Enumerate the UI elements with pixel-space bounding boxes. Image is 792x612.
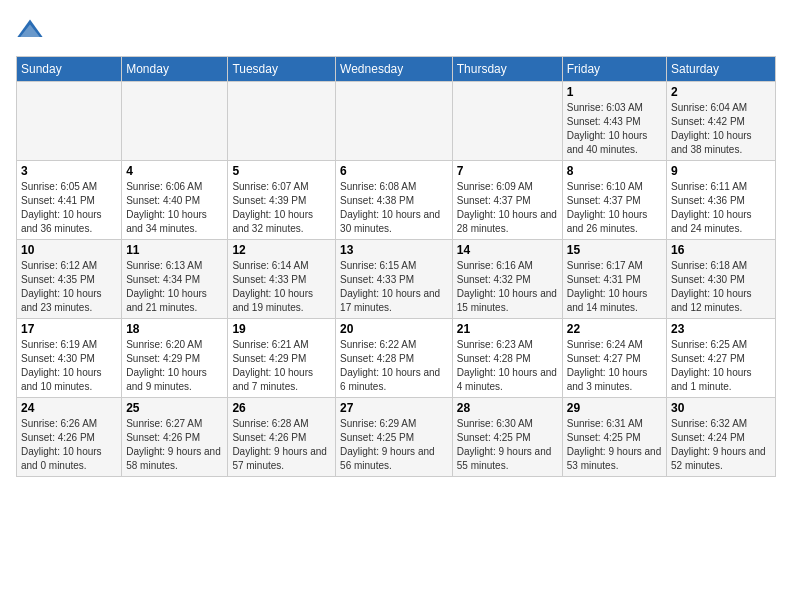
calendar-cell: 6Sunrise: 6:08 AM Sunset: 4:38 PM Daylig… — [336, 161, 453, 240]
header-sunday: Sunday — [17, 57, 122, 82]
day-number: 23 — [671, 322, 771, 336]
day-info: Sunrise: 6:16 AM Sunset: 4:32 PM Dayligh… — [457, 259, 558, 315]
day-number: 28 — [457, 401, 558, 415]
day-number: 24 — [21, 401, 117, 415]
calendar-week-3: 10Sunrise: 6:12 AM Sunset: 4:35 PM Dayli… — [17, 240, 776, 319]
day-info: Sunrise: 6:24 AM Sunset: 4:27 PM Dayligh… — [567, 338, 662, 394]
header-tuesday: Tuesday — [228, 57, 336, 82]
day-number: 16 — [671, 243, 771, 257]
day-info: Sunrise: 6:07 AM Sunset: 4:39 PM Dayligh… — [232, 180, 331, 236]
day-number: 29 — [567, 401, 662, 415]
calendar-cell: 18Sunrise: 6:20 AM Sunset: 4:29 PM Dayli… — [122, 319, 228, 398]
day-info: Sunrise: 6:32 AM Sunset: 4:24 PM Dayligh… — [671, 417, 771, 473]
calendar-cell: 25Sunrise: 6:27 AM Sunset: 4:26 PM Dayli… — [122, 398, 228, 477]
day-number: 1 — [567, 85, 662, 99]
day-info: Sunrise: 6:27 AM Sunset: 4:26 PM Dayligh… — [126, 417, 223, 473]
calendar-cell: 27Sunrise: 6:29 AM Sunset: 4:25 PM Dayli… — [336, 398, 453, 477]
calendar-cell: 9Sunrise: 6:11 AM Sunset: 4:36 PM Daylig… — [667, 161, 776, 240]
day-info: Sunrise: 6:19 AM Sunset: 4:30 PM Dayligh… — [21, 338, 117, 394]
day-info: Sunrise: 6:21 AM Sunset: 4:29 PM Dayligh… — [232, 338, 331, 394]
day-number: 27 — [340, 401, 448, 415]
day-number: 9 — [671, 164, 771, 178]
day-info: Sunrise: 6:03 AM Sunset: 4:43 PM Dayligh… — [567, 101, 662, 157]
day-number: 13 — [340, 243, 448, 257]
header-wednesday: Wednesday — [336, 57, 453, 82]
calendar-cell: 7Sunrise: 6:09 AM Sunset: 4:37 PM Daylig… — [452, 161, 562, 240]
day-info: Sunrise: 6:22 AM Sunset: 4:28 PM Dayligh… — [340, 338, 448, 394]
day-info: Sunrise: 6:10 AM Sunset: 4:37 PM Dayligh… — [567, 180, 662, 236]
day-number: 25 — [126, 401, 223, 415]
day-info: Sunrise: 6:18 AM Sunset: 4:30 PM Dayligh… — [671, 259, 771, 315]
day-info: Sunrise: 6:05 AM Sunset: 4:41 PM Dayligh… — [21, 180, 117, 236]
day-number: 18 — [126, 322, 223, 336]
header-monday: Monday — [122, 57, 228, 82]
day-info: Sunrise: 6:08 AM Sunset: 4:38 PM Dayligh… — [340, 180, 448, 236]
day-info: Sunrise: 6:30 AM Sunset: 4:25 PM Dayligh… — [457, 417, 558, 473]
calendar-cell: 16Sunrise: 6:18 AM Sunset: 4:30 PM Dayli… — [667, 240, 776, 319]
day-number: 15 — [567, 243, 662, 257]
day-info: Sunrise: 6:26 AM Sunset: 4:26 PM Dayligh… — [21, 417, 117, 473]
calendar-table: SundayMondayTuesdayWednesdayThursdayFrid… — [16, 56, 776, 477]
day-number: 4 — [126, 164, 223, 178]
calendar-cell: 5Sunrise: 6:07 AM Sunset: 4:39 PM Daylig… — [228, 161, 336, 240]
logo — [16, 16, 48, 44]
day-number: 11 — [126, 243, 223, 257]
calendar-cell — [17, 82, 122, 161]
calendar-cell: 8Sunrise: 6:10 AM Sunset: 4:37 PM Daylig… — [562, 161, 666, 240]
calendar-cell: 20Sunrise: 6:22 AM Sunset: 4:28 PM Dayli… — [336, 319, 453, 398]
calendar-cell: 22Sunrise: 6:24 AM Sunset: 4:27 PM Dayli… — [562, 319, 666, 398]
day-number: 8 — [567, 164, 662, 178]
day-info: Sunrise: 6:06 AM Sunset: 4:40 PM Dayligh… — [126, 180, 223, 236]
calendar-cell: 19Sunrise: 6:21 AM Sunset: 4:29 PM Dayli… — [228, 319, 336, 398]
calendar-cell — [452, 82, 562, 161]
day-number: 6 — [340, 164, 448, 178]
day-info: Sunrise: 6:31 AM Sunset: 4:25 PM Dayligh… — [567, 417, 662, 473]
day-number: 26 — [232, 401, 331, 415]
calendar-cell: 13Sunrise: 6:15 AM Sunset: 4:33 PM Dayli… — [336, 240, 453, 319]
calendar-cell: 3Sunrise: 6:05 AM Sunset: 4:41 PM Daylig… — [17, 161, 122, 240]
day-info: Sunrise: 6:09 AM Sunset: 4:37 PM Dayligh… — [457, 180, 558, 236]
header-friday: Friday — [562, 57, 666, 82]
calendar-week-1: 1Sunrise: 6:03 AM Sunset: 4:43 PM Daylig… — [17, 82, 776, 161]
calendar-cell: 21Sunrise: 6:23 AM Sunset: 4:28 PM Dayli… — [452, 319, 562, 398]
day-info: Sunrise: 6:11 AM Sunset: 4:36 PM Dayligh… — [671, 180, 771, 236]
day-number: 5 — [232, 164, 331, 178]
calendar-cell: 17Sunrise: 6:19 AM Sunset: 4:30 PM Dayli… — [17, 319, 122, 398]
day-number: 22 — [567, 322, 662, 336]
calendar-cell: 1Sunrise: 6:03 AM Sunset: 4:43 PM Daylig… — [562, 82, 666, 161]
day-number: 20 — [340, 322, 448, 336]
day-number: 17 — [21, 322, 117, 336]
day-info: Sunrise: 6:12 AM Sunset: 4:35 PM Dayligh… — [21, 259, 117, 315]
calendar-week-4: 17Sunrise: 6:19 AM Sunset: 4:30 PM Dayli… — [17, 319, 776, 398]
calendar-header-row: SundayMondayTuesdayWednesdayThursdayFrid… — [17, 57, 776, 82]
calendar-cell: 24Sunrise: 6:26 AM Sunset: 4:26 PM Dayli… — [17, 398, 122, 477]
calendar-cell: 28Sunrise: 6:30 AM Sunset: 4:25 PM Dayli… — [452, 398, 562, 477]
page-header — [16, 16, 776, 44]
calendar-cell: 11Sunrise: 6:13 AM Sunset: 4:34 PM Dayli… — [122, 240, 228, 319]
calendar-cell: 29Sunrise: 6:31 AM Sunset: 4:25 PM Dayli… — [562, 398, 666, 477]
day-number: 30 — [671, 401, 771, 415]
day-info: Sunrise: 6:04 AM Sunset: 4:42 PM Dayligh… — [671, 101, 771, 157]
day-info: Sunrise: 6:17 AM Sunset: 4:31 PM Dayligh… — [567, 259, 662, 315]
day-number: 10 — [21, 243, 117, 257]
day-number: 7 — [457, 164, 558, 178]
day-number: 2 — [671, 85, 771, 99]
header-saturday: Saturday — [667, 57, 776, 82]
day-number: 3 — [21, 164, 117, 178]
calendar-cell: 2Sunrise: 6:04 AM Sunset: 4:42 PM Daylig… — [667, 82, 776, 161]
calendar-week-5: 24Sunrise: 6:26 AM Sunset: 4:26 PM Dayli… — [17, 398, 776, 477]
calendar-cell — [228, 82, 336, 161]
calendar-cell: 10Sunrise: 6:12 AM Sunset: 4:35 PM Dayli… — [17, 240, 122, 319]
logo-icon — [16, 16, 44, 44]
calendar-cell: 14Sunrise: 6:16 AM Sunset: 4:32 PM Dayli… — [452, 240, 562, 319]
calendar-cell: 30Sunrise: 6:32 AM Sunset: 4:24 PM Dayli… — [667, 398, 776, 477]
day-info: Sunrise: 6:25 AM Sunset: 4:27 PM Dayligh… — [671, 338, 771, 394]
day-info: Sunrise: 6:13 AM Sunset: 4:34 PM Dayligh… — [126, 259, 223, 315]
day-number: 12 — [232, 243, 331, 257]
day-info: Sunrise: 6:14 AM Sunset: 4:33 PM Dayligh… — [232, 259, 331, 315]
calendar-cell: 12Sunrise: 6:14 AM Sunset: 4:33 PM Dayli… — [228, 240, 336, 319]
day-number: 19 — [232, 322, 331, 336]
calendar-cell — [336, 82, 453, 161]
calendar-cell: 4Sunrise: 6:06 AM Sunset: 4:40 PM Daylig… — [122, 161, 228, 240]
calendar-cell: 15Sunrise: 6:17 AM Sunset: 4:31 PM Dayli… — [562, 240, 666, 319]
